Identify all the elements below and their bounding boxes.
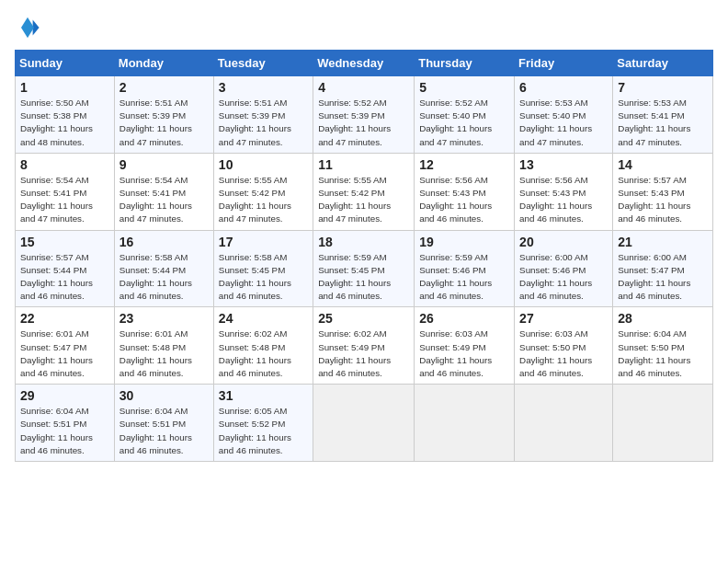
calendar-cell: 6Sunrise: 5:53 AM Sunset: 5:40 PM Daylig… (515, 76, 613, 154)
day-number: 3 (219, 80, 308, 95)
day-info: Sunrise: 5:52 AM Sunset: 5:39 PM Dayligh… (318, 97, 409, 149)
day-number: 12 (419, 157, 509, 172)
calendar-cell: 23Sunrise: 6:01 AM Sunset: 5:48 PM Dayli… (114, 307, 213, 385)
logo-icon (15, 15, 40, 40)
day-number: 30 (119, 388, 209, 403)
calendar-table: SundayMondayTuesdayWednesdayThursdayFrid… (15, 50, 713, 462)
day-of-week-header: Thursday (415, 51, 515, 76)
day-number: 27 (519, 311, 608, 326)
calendar-cell: 27Sunrise: 6:03 AM Sunset: 5:50 PM Dayli… (515, 307, 613, 385)
day-number: 4 (318, 80, 409, 95)
calendar-cell: 4Sunrise: 5:52 AM Sunset: 5:39 PM Daylig… (313, 76, 415, 154)
day-number: 13 (519, 157, 608, 172)
calendar-cell (415, 385, 515, 462)
day-info: Sunrise: 6:01 AM Sunset: 5:47 PM Dayligh… (20, 327, 109, 380)
day-info: Sunrise: 5:56 AM Sunset: 5:43 PM Dayligh… (519, 174, 608, 226)
day-number: 1 (20, 80, 109, 95)
page-header (15, 15, 713, 40)
day-of-week-header: Saturday (613, 51, 713, 76)
calendar-cell: 1Sunrise: 5:50 AM Sunset: 5:38 PM Daylig… (16, 76, 115, 154)
day-info: Sunrise: 5:50 AM Sunset: 5:38 PM Dayligh… (20, 97, 109, 149)
calendar-cell: 11Sunrise: 5:55 AM Sunset: 5:42 PM Dayli… (313, 153, 415, 230)
day-number: 24 (219, 311, 308, 326)
day-number: 14 (618, 157, 708, 172)
day-number: 25 (318, 311, 409, 326)
calendar-cell: 14Sunrise: 5:57 AM Sunset: 5:43 PM Dayli… (613, 153, 713, 230)
day-of-week-header: Tuesday (213, 51, 313, 76)
day-info: Sunrise: 5:57 AM Sunset: 5:43 PM Dayligh… (618, 174, 708, 226)
day-number: 10 (219, 157, 308, 172)
calendar-cell: 2Sunrise: 5:51 AM Sunset: 5:39 PM Daylig… (114, 76, 213, 154)
day-number: 2 (119, 80, 209, 95)
day-number: 9 (119, 157, 209, 172)
day-number: 22 (20, 311, 109, 326)
day-number: 19 (419, 235, 509, 249)
day-number: 23 (119, 311, 209, 326)
day-number: 7 (618, 80, 708, 95)
day-info: Sunrise: 5:54 AM Sunset: 5:41 PM Dayligh… (119, 174, 209, 226)
day-info: Sunrise: 5:56 AM Sunset: 5:43 PM Dayligh… (419, 174, 509, 226)
calendar-cell: 28Sunrise: 6:04 AM Sunset: 5:50 PM Dayli… (613, 307, 713, 385)
day-info: Sunrise: 5:59 AM Sunset: 5:46 PM Dayligh… (419, 251, 509, 304)
day-info: Sunrise: 5:58 AM Sunset: 5:44 PM Dayligh… (119, 251, 209, 304)
calendar-cell (613, 385, 713, 462)
day-number: 21 (618, 235, 708, 249)
calendar-cell: 15Sunrise: 5:57 AM Sunset: 5:44 PM Dayli… (16, 230, 115, 307)
svg-marker-1 (21, 17, 34, 38)
day-number: 18 (318, 235, 409, 249)
calendar-cell: 13Sunrise: 5:56 AM Sunset: 5:43 PM Dayli… (515, 153, 613, 230)
calendar-cell: 5Sunrise: 5:52 AM Sunset: 5:40 PM Daylig… (415, 76, 515, 154)
calendar-week-row: 8Sunrise: 5:54 AM Sunset: 5:41 PM Daylig… (16, 153, 713, 230)
day-of-week-header: Wednesday (313, 51, 415, 76)
calendar-cell: 25Sunrise: 6:02 AM Sunset: 5:49 PM Dayli… (313, 307, 415, 385)
calendar-week-row: 29Sunrise: 6:04 AM Sunset: 5:51 PM Dayli… (16, 385, 713, 462)
calendar-cell: 8Sunrise: 5:54 AM Sunset: 5:41 PM Daylig… (16, 153, 115, 230)
day-info: Sunrise: 5:57 AM Sunset: 5:44 PM Dayligh… (20, 251, 109, 304)
day-info: Sunrise: 6:04 AM Sunset: 5:51 PM Dayligh… (119, 405, 209, 457)
day-info: Sunrise: 5:58 AM Sunset: 5:45 PM Dayligh… (219, 251, 308, 304)
calendar-week-row: 1Sunrise: 5:50 AM Sunset: 5:38 PM Daylig… (16, 76, 713, 154)
calendar-cell: 19Sunrise: 5:59 AM Sunset: 5:46 PM Dayli… (415, 230, 515, 307)
logo (15, 15, 44, 40)
day-info: Sunrise: 6:04 AM Sunset: 5:50 PM Dayligh… (618, 327, 708, 380)
day-number: 28 (618, 311, 708, 326)
day-info: Sunrise: 5:55 AM Sunset: 5:42 PM Dayligh… (219, 174, 308, 226)
day-info: Sunrise: 5:54 AM Sunset: 5:41 PM Dayligh… (20, 174, 109, 226)
calendar-cell: 30Sunrise: 6:04 AM Sunset: 5:51 PM Dayli… (114, 385, 213, 462)
day-info: Sunrise: 5:51 AM Sunset: 5:39 PM Dayligh… (119, 97, 209, 149)
day-info: Sunrise: 5:51 AM Sunset: 5:39 PM Dayligh… (219, 97, 308, 149)
day-number: 26 (419, 311, 509, 326)
calendar-cell: 3Sunrise: 5:51 AM Sunset: 5:39 PM Daylig… (213, 76, 313, 154)
calendar-cell: 18Sunrise: 5:59 AM Sunset: 5:45 PM Dayli… (313, 230, 415, 307)
calendar-cell: 21Sunrise: 6:00 AM Sunset: 5:47 PM Dayli… (613, 230, 713, 307)
calendar-cell: 31Sunrise: 6:05 AM Sunset: 5:52 PM Dayli… (213, 385, 313, 462)
day-of-week-header: Sunday (16, 51, 115, 76)
day-of-week-header: Monday (114, 51, 213, 76)
day-info: Sunrise: 5:53 AM Sunset: 5:41 PM Dayligh… (618, 97, 708, 149)
calendar-cell: 20Sunrise: 6:00 AM Sunset: 5:46 PM Dayli… (515, 230, 613, 307)
day-info: Sunrise: 6:02 AM Sunset: 5:48 PM Dayligh… (219, 327, 308, 380)
day-of-week-header: Friday (515, 51, 613, 76)
day-info: Sunrise: 5:55 AM Sunset: 5:42 PM Dayligh… (318, 174, 409, 226)
calendar-cell: 9Sunrise: 5:54 AM Sunset: 5:41 PM Daylig… (114, 153, 213, 230)
day-info: Sunrise: 6:04 AM Sunset: 5:51 PM Dayligh… (20, 405, 109, 457)
day-info: Sunrise: 5:52 AM Sunset: 5:40 PM Dayligh… (419, 97, 509, 149)
day-info: Sunrise: 6:05 AM Sunset: 5:52 PM Dayligh… (219, 405, 308, 457)
calendar-cell: 22Sunrise: 6:01 AM Sunset: 5:47 PM Dayli… (16, 307, 115, 385)
day-number: 31 (219, 388, 308, 403)
day-info: Sunrise: 6:00 AM Sunset: 5:47 PM Dayligh… (618, 251, 708, 304)
calendar-cell: 24Sunrise: 6:02 AM Sunset: 5:48 PM Dayli… (213, 307, 313, 385)
calendar-cell: 12Sunrise: 5:56 AM Sunset: 5:43 PM Dayli… (415, 153, 515, 230)
calendar-week-row: 15Sunrise: 5:57 AM Sunset: 5:44 PM Dayli… (16, 230, 713, 307)
day-info: Sunrise: 5:59 AM Sunset: 5:45 PM Dayligh… (318, 251, 409, 304)
day-info: Sunrise: 6:02 AM Sunset: 5:49 PM Dayligh… (318, 327, 409, 380)
calendar-cell: 10Sunrise: 5:55 AM Sunset: 5:42 PM Dayli… (213, 153, 313, 230)
calendar-cell: 17Sunrise: 5:58 AM Sunset: 5:45 PM Dayli… (213, 230, 313, 307)
calendar-week-row: 22Sunrise: 6:01 AM Sunset: 5:47 PM Dayli… (16, 307, 713, 385)
day-info: Sunrise: 6:03 AM Sunset: 5:50 PM Dayligh… (519, 327, 608, 380)
day-number: 17 (219, 235, 308, 249)
calendar-cell (313, 385, 415, 462)
day-number: 20 (519, 235, 608, 249)
day-info: Sunrise: 6:00 AM Sunset: 5:46 PM Dayligh… (519, 251, 608, 304)
day-number: 8 (20, 157, 109, 172)
